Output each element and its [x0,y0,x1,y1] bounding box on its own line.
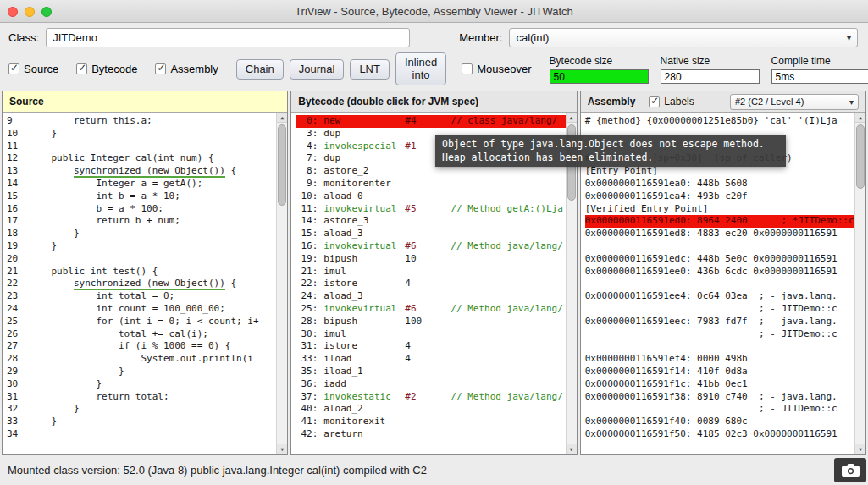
bytecode-row[interactable]: 0:new#4// class java/lang/ [296,115,565,128]
bytecode-row[interactable]: 21:imul [296,266,565,278]
toolbar-button[interactable]: LNT [350,59,390,80]
scrollbar-thumb[interactable] [856,124,865,189]
compilation-select[interactable]: #2 (C2 / Level 4) ▾ [730,94,859,110]
assembly-line[interactable]: 0x0000000116591ea4: 493b c20f [585,190,854,203]
view-checkbox[interactable]: ✓Assembly [155,63,218,75]
source-line[interactable]: 16 b = a * 100; [7,203,276,216]
source-line[interactable]: 11 [7,141,276,153]
labels-checkbox[interactable]: ✓Labels [649,96,694,107]
bytecode-row[interactable]: 8:astore_2 [296,165,565,178]
source-line[interactable]: 20 [7,253,276,266]
bytecode-row[interactable]: 16:invokevirtual#6// Method java/lang/ [296,240,565,253]
bytecode-row[interactable]: 33:iload4 [296,353,565,366]
bytecode-row[interactable]: 41:monitorexit [296,416,565,428]
source-line[interactable]: 30 } [7,378,276,391]
source-line[interactable]: 10 } [7,128,276,141]
source-line[interactable]: 31 return total; [7,391,276,404]
source-line[interactable]: 15 int b = a * 10; [7,190,276,203]
assembly-line[interactable]: 0x0000000116591f50: 4185 02c3 0x00000001… [585,428,854,441]
assembly-line[interactable]: # {method} {0x00000001251e85b0} 'cal' '(… [585,115,854,128]
assembly-line[interactable]: 0x0000000116591ed0: 8964 2400 ; *JITDemo… [585,215,854,228]
assembly-line[interactable]: ; - JITDemo::c [585,403,854,416]
bytecode-row[interactable]: 36:iadd [296,378,565,391]
bytecode-row[interactable]: 9:monitorenter [296,178,565,190]
bytecode-row[interactable]: 10:aload_0 [296,190,565,203]
source-line[interactable]: 25 for (int i = 0; i < count; i+ [7,316,276,328]
source-line[interactable]: 29 } [7,366,276,378]
bytecode-mnemonic: astore_3 [323,215,405,228]
source-line[interactable]: 18 } [7,228,276,240]
scroll-down-icon[interactable]: ▼ [277,444,287,454]
zoom-button[interactable] [41,7,52,17]
assembly-line[interactable] [585,340,854,353]
bytecode-row[interactable]: 40:aload_2 [296,403,565,416]
source-line[interactable]: 14 Integer a = getA(); [7,178,276,190]
source-line[interactable]: 28 System.out.println(i [7,353,276,366]
minimize-button[interactable] [25,7,35,17]
source-line[interactable]: 21 public int test() { [7,266,276,278]
member-select[interactable]: cal(int) ▾ [509,28,858,47]
assembly-line[interactable]: ; - JITDemo::c [585,328,854,341]
assembly-line[interactable]: 0x0000000116591eec: 7983 fd7f ; - java.l… [585,316,854,328]
bytecode-row[interactable]: 11:invokevirtual#5// Method getA:()Lja [296,203,565,216]
assembly-line[interactable] [585,240,854,253]
source-line[interactable]: 33 } [7,416,276,428]
assembly-line[interactable]: 0x0000000116591ee0: 436b 6cdc 0x00000001… [585,266,854,278]
source-line[interactable]: 26 total += cal(i); [7,328,276,341]
scroll-up-icon[interactable]: ▲ [855,113,865,123]
assembly-scrollbar[interactable]: ▲ ▼ [854,113,865,454]
assembly-line[interactable]: 0x0000000116591ef4: 0000 498b [585,353,854,366]
assembly-line[interactable]: 0x0000000116591f40: 0089 680c [585,416,854,428]
source-line[interactable]: 34 [7,428,276,441]
bytecode-row[interactable]: 22:istore4 [296,278,565,290]
assembly-line[interactable]: 0x0000000116591edc: 448b 5e0c 0x00000001… [585,253,854,266]
source-line[interactable]: 22 synchronized (new Object()) { [7,278,276,290]
source-scrollbar[interactable]: ▲ ▼ [276,113,287,454]
bytecode-row[interactable]: 31:istore4 [296,340,565,353]
assembly-line[interactable]: 0x0000000116591f14: 410f 0d8a [585,366,854,378]
source-line[interactable]: 19 } [7,240,276,253]
line-number: 20 [7,253,29,266]
screenshot-button[interactable] [834,458,866,482]
assembly-line[interactable]: 0x0000000116591f1c: 41bb 0ec1 [585,378,854,391]
bytecode-row[interactable]: 28:bipush100 [296,316,565,328]
bytecode-row[interactable]: 15:aload_3 [296,228,565,240]
scroll-up-icon[interactable]: ▲ [567,113,577,123]
bytecode-row[interactable]: 25:invokevirtual#6// Method java/lang/ [296,303,565,316]
assembly-line[interactable]: ; - JITDemo::c [585,303,854,316]
view-checkbox[interactable]: ✓Bytecode [76,63,137,75]
assembly-line[interactable]: [Verified Entry Point] [585,203,854,216]
toolbar-button[interactable]: Journal [290,59,345,80]
source-line[interactable]: 27 if (i % 1000 == 0) { [7,340,276,353]
mouseover-checkbox[interactable]: ✓Mouseover [462,63,531,75]
toolbar-button[interactable]: Chain [236,59,284,80]
view-checkbox[interactable]: ✓Source [8,63,58,75]
scrollbar-thumb[interactable] [278,124,286,206]
assembly-line[interactable]: 0x0000000116591ea0: 448b 5608 [585,178,854,190]
scroll-down-icon[interactable]: ▼ [567,444,577,454]
close-button[interactable] [8,7,18,17]
bytecode-row[interactable]: 14:astore_3 [296,215,565,228]
assembly-line[interactable]: 0x0000000116591ee4: 0c64 03ea ; - java.l… [585,290,854,303]
scroll-down-icon[interactable]: ▼ [855,444,865,454]
assembly-line[interactable]: 0x0000000116591ed8: 4883 ec20 0x00000001… [585,228,854,240]
bytecode-row[interactable]: 19:bipush10 [296,253,565,266]
bytecode-row[interactable]: 30:imul [296,328,565,341]
bytecode-row[interactable]: 42:areturn [296,428,565,441]
bytecode-row[interactable]: 37:invokestatic#2// Method java/lang/ [296,391,565,404]
assembly-line[interactable] [585,278,854,290]
bytecode-row[interactable]: 35:iload_1 [296,366,565,378]
source-line[interactable]: 9 return this.a; [7,115,276,128]
toolbar-button[interactable]: Inlined into [395,52,446,85]
scroll-up-icon[interactable]: ▲ [277,113,287,123]
bytecode-row[interactable]: 24:aload_3 [296,290,565,303]
source-line[interactable]: 32 } [7,403,276,416]
source-line[interactable]: 13 synchronized (new Object()) { [7,165,276,178]
source-line[interactable]: 24 int count = 100_000_00; [7,303,276,316]
source-line[interactable]: 12 public Integer cal(int num) { [7,152,276,165]
source-line[interactable]: 17 return b + num; [7,215,276,228]
assembly-line[interactable]: 0x0000000116591f38: 8910 c740 ; - java.l… [585,391,854,404]
source-line[interactable]: 23 int total = 0; [7,290,276,303]
assembly-line[interactable]: [Entry Point] [585,165,854,178]
class-input[interactable] [46,28,410,47]
